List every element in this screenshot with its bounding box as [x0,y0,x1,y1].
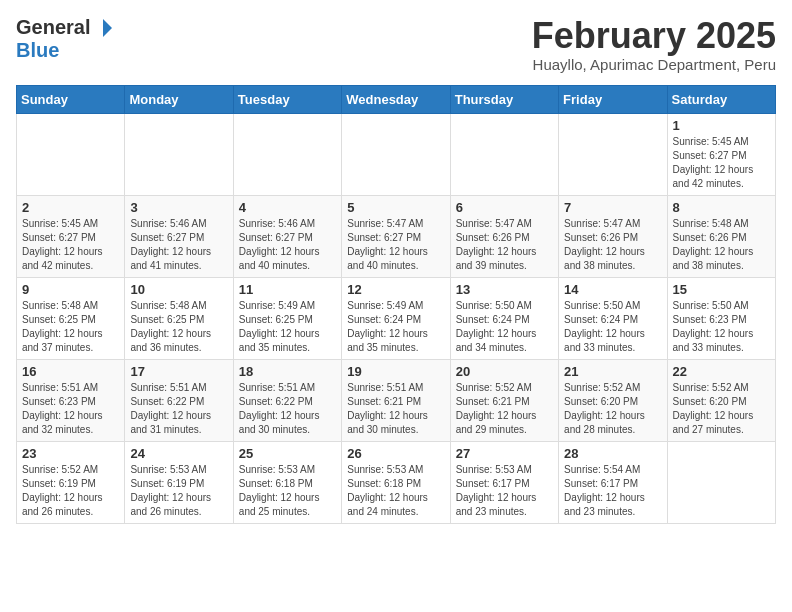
calendar-cell: 15Sunrise: 5:50 AM Sunset: 6:23 PM Dayli… [667,277,775,359]
day-number: 15 [673,282,770,297]
calendar-header-sunday: Sunday [17,85,125,113]
day-number: 17 [130,364,227,379]
calendar-week-row: 16Sunrise: 5:51 AM Sunset: 6:23 PM Dayli… [17,359,776,441]
month-title: February 2025 [532,16,776,56]
calendar-cell [17,113,125,195]
day-number: 5 [347,200,444,215]
day-info: Sunrise: 5:45 AM Sunset: 6:27 PM Dayligh… [22,218,103,271]
day-info: Sunrise: 5:52 AM Sunset: 6:19 PM Dayligh… [22,464,103,517]
calendar-cell: 17Sunrise: 5:51 AM Sunset: 6:22 PM Dayli… [125,359,233,441]
logo-blue-text: Blue [16,39,59,62]
logo: General Blue [16,16,114,62]
calendar-cell [667,441,775,523]
calendar-cell [342,113,450,195]
title-section: February 2025 Huayllo, Apurimac Departme… [532,16,776,73]
calendar-cell: 20Sunrise: 5:52 AM Sunset: 6:21 PM Dayli… [450,359,558,441]
day-number: 26 [347,446,444,461]
calendar-cell: 21Sunrise: 5:52 AM Sunset: 6:20 PM Dayli… [559,359,667,441]
calendar-header-row: SundayMondayTuesdayWednesdayThursdayFrid… [17,85,776,113]
day-info: Sunrise: 5:51 AM Sunset: 6:21 PM Dayligh… [347,382,428,435]
day-number: 10 [130,282,227,297]
day-number: 7 [564,200,661,215]
calendar-header-friday: Friday [559,85,667,113]
logo-flag-icon [92,17,114,39]
calendar-cell [559,113,667,195]
calendar-table: SundayMondayTuesdayWednesdayThursdayFrid… [16,85,776,524]
calendar-cell [125,113,233,195]
day-info: Sunrise: 5:54 AM Sunset: 6:17 PM Dayligh… [564,464,645,517]
day-info: Sunrise: 5:49 AM Sunset: 6:24 PM Dayligh… [347,300,428,353]
day-info: Sunrise: 5:47 AM Sunset: 6:26 PM Dayligh… [456,218,537,271]
day-info: Sunrise: 5:51 AM Sunset: 6:22 PM Dayligh… [130,382,211,435]
day-number: 18 [239,364,336,379]
day-number: 2 [22,200,119,215]
day-info: Sunrise: 5:53 AM Sunset: 6:18 PM Dayligh… [347,464,428,517]
day-info: Sunrise: 5:50 AM Sunset: 6:23 PM Dayligh… [673,300,754,353]
calendar-cell: 10Sunrise: 5:48 AM Sunset: 6:25 PM Dayli… [125,277,233,359]
day-info: Sunrise: 5:48 AM Sunset: 6:25 PM Dayligh… [130,300,211,353]
day-number: 12 [347,282,444,297]
day-number: 25 [239,446,336,461]
day-number: 19 [347,364,444,379]
day-number: 24 [130,446,227,461]
calendar-header-tuesday: Tuesday [233,85,341,113]
calendar-cell: 7Sunrise: 5:47 AM Sunset: 6:26 PM Daylig… [559,195,667,277]
calendar-header-wednesday: Wednesday [342,85,450,113]
calendar-cell: 9Sunrise: 5:48 AM Sunset: 6:25 PM Daylig… [17,277,125,359]
calendar-cell: 14Sunrise: 5:50 AM Sunset: 6:24 PM Dayli… [559,277,667,359]
svg-marker-0 [103,19,112,37]
calendar-cell [450,113,558,195]
calendar-cell: 8Sunrise: 5:48 AM Sunset: 6:26 PM Daylig… [667,195,775,277]
logo-general-text: General [16,16,90,39]
day-info: Sunrise: 5:46 AM Sunset: 6:27 PM Dayligh… [239,218,320,271]
calendar-header-thursday: Thursday [450,85,558,113]
calendar-cell: 11Sunrise: 5:49 AM Sunset: 6:25 PM Dayli… [233,277,341,359]
calendar-week-row: 23Sunrise: 5:52 AM Sunset: 6:19 PM Dayli… [17,441,776,523]
day-info: Sunrise: 5:50 AM Sunset: 6:24 PM Dayligh… [456,300,537,353]
calendar-week-row: 2Sunrise: 5:45 AM Sunset: 6:27 PM Daylig… [17,195,776,277]
calendar-cell: 2Sunrise: 5:45 AM Sunset: 6:27 PM Daylig… [17,195,125,277]
calendar-cell: 19Sunrise: 5:51 AM Sunset: 6:21 PM Dayli… [342,359,450,441]
calendar-header-monday: Monday [125,85,233,113]
calendar-cell: 5Sunrise: 5:47 AM Sunset: 6:27 PM Daylig… [342,195,450,277]
day-number: 1 [673,118,770,133]
day-number: 23 [22,446,119,461]
day-info: Sunrise: 5:53 AM Sunset: 6:19 PM Dayligh… [130,464,211,517]
calendar-cell: 25Sunrise: 5:53 AM Sunset: 6:18 PM Dayli… [233,441,341,523]
calendar-cell: 26Sunrise: 5:53 AM Sunset: 6:18 PM Dayli… [342,441,450,523]
day-info: Sunrise: 5:49 AM Sunset: 6:25 PM Dayligh… [239,300,320,353]
day-number: 4 [239,200,336,215]
calendar-cell: 28Sunrise: 5:54 AM Sunset: 6:17 PM Dayli… [559,441,667,523]
location-subtitle: Huayllo, Apurimac Department, Peru [532,56,776,73]
day-number: 3 [130,200,227,215]
day-number: 9 [22,282,119,297]
day-number: 22 [673,364,770,379]
day-info: Sunrise: 5:53 AM Sunset: 6:18 PM Dayligh… [239,464,320,517]
calendar-week-row: 9Sunrise: 5:48 AM Sunset: 6:25 PM Daylig… [17,277,776,359]
day-info: Sunrise: 5:51 AM Sunset: 6:23 PM Dayligh… [22,382,103,435]
day-info: Sunrise: 5:50 AM Sunset: 6:24 PM Dayligh… [564,300,645,353]
day-number: 6 [456,200,553,215]
calendar-week-row: 1Sunrise: 5:45 AM Sunset: 6:27 PM Daylig… [17,113,776,195]
calendar-cell: 18Sunrise: 5:51 AM Sunset: 6:22 PM Dayli… [233,359,341,441]
day-number: 20 [456,364,553,379]
day-number: 21 [564,364,661,379]
day-number: 16 [22,364,119,379]
calendar-cell: 4Sunrise: 5:46 AM Sunset: 6:27 PM Daylig… [233,195,341,277]
day-info: Sunrise: 5:47 AM Sunset: 6:27 PM Dayligh… [347,218,428,271]
page-header: General Blue February 2025 Huayllo, Apur… [16,16,776,73]
day-info: Sunrise: 5:52 AM Sunset: 6:20 PM Dayligh… [564,382,645,435]
day-info: Sunrise: 5:53 AM Sunset: 6:17 PM Dayligh… [456,464,537,517]
day-info: Sunrise: 5:48 AM Sunset: 6:25 PM Dayligh… [22,300,103,353]
calendar-cell: 6Sunrise: 5:47 AM Sunset: 6:26 PM Daylig… [450,195,558,277]
calendar-cell: 27Sunrise: 5:53 AM Sunset: 6:17 PM Dayli… [450,441,558,523]
calendar-cell: 12Sunrise: 5:49 AM Sunset: 6:24 PM Dayli… [342,277,450,359]
day-info: Sunrise: 5:48 AM Sunset: 6:26 PM Dayligh… [673,218,754,271]
calendar-cell: 1Sunrise: 5:45 AM Sunset: 6:27 PM Daylig… [667,113,775,195]
day-info: Sunrise: 5:45 AM Sunset: 6:27 PM Dayligh… [673,136,754,189]
day-info: Sunrise: 5:51 AM Sunset: 6:22 PM Dayligh… [239,382,320,435]
day-number: 27 [456,446,553,461]
day-info: Sunrise: 5:52 AM Sunset: 6:21 PM Dayligh… [456,382,537,435]
day-number: 14 [564,282,661,297]
day-number: 8 [673,200,770,215]
